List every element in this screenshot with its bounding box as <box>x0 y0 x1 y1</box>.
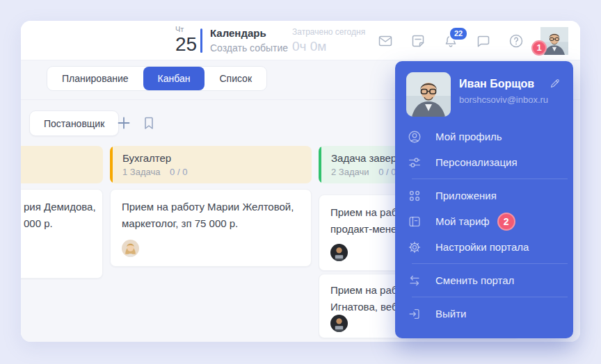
menu-item-my-profile[interactable]: Мой профиль <box>395 124 573 149</box>
notifications-count-badge: 22 <box>449 26 468 41</box>
calendar-title[interactable]: Календарь <box>210 27 288 39</box>
page-background: Чт 25 Календарь Создать событие Затрачен… <box>0 0 601 364</box>
column-task-count: 1 Задача <box>122 167 160 177</box>
task-card-text: рия Демидова, 000 р. <box>21 190 102 232</box>
menu-divider <box>412 263 568 264</box>
profile-email: borshcsoviv@inbox.ru <box>459 94 548 105</box>
tab-list[interactable]: Список <box>205 67 266 90</box>
view-switcher: Планирование Канбан Список <box>47 66 267 91</box>
user-circle-icon <box>407 129 422 144</box>
menu-item-logout[interactable]: Выйти <box>395 301 573 326</box>
menu-divider <box>412 179 568 179</box>
profile-name: Иван Борщов <box>459 78 534 90</box>
tariff-badge: 2 <box>497 213 515 231</box>
menu-item-label: Персонализация <box>435 156 518 168</box>
date-block[interactable]: Чт 25 <box>175 25 197 55</box>
originator-filter-button[interactable]: Постановщик <box>29 110 119 136</box>
notes-icon[interactable] <box>410 33 426 49</box>
assignee-avatar[interactable] <box>330 315 348 332</box>
profile-avatar-button[interactable]: 1 <box>540 27 568 55</box>
profile-header: Иван Борщов borshcsoviv@inbox.ru <box>395 61 573 122</box>
tab-planning[interactable]: Планирование <box>47 67 143 90</box>
add-filter-icon[interactable] <box>116 115 131 131</box>
task-card[interactable]: рия Демидова, 000 р. <box>21 189 103 279</box>
column-title: Бухгалтер <box>122 152 312 164</box>
assignee-avatar[interactable] <box>330 244 348 261</box>
logout-icon <box>407 306 422 322</box>
menu-item-switch-portal[interactable]: Сменить портал <box>395 267 573 293</box>
column-ratio: 0 / 0 <box>378 167 396 177</box>
profile-dropdown-menu: Иван Борщов borshcsoviv@inbox.ru Мой про… <box>395 61 573 338</box>
menu-item-personalization[interactable]: Персонализация <box>395 149 573 175</box>
menu-divider <box>412 297 568 297</box>
time-spent-block: Затрачено сегодня 0ч 0м <box>292 27 365 54</box>
help-icon[interactable] <box>508 33 524 49</box>
assignee-avatar[interactable] <box>122 240 139 257</box>
menu-item-label: Приложения <box>435 190 497 201</box>
kanban-column-header[interactable]: Бухгалтер 1 Задача 0 / 0 <box>110 146 312 183</box>
column-accent-bar <box>319 146 321 183</box>
kanban-column-header[interactable] <box>21 146 103 183</box>
task-card-text: Прием на работу Марии Желтовой, маркетол… <box>111 190 311 232</box>
top-bar: Чт 25 Календарь Создать событие Затрачен… <box>21 21 580 60</box>
menu-item-apps[interactable]: Приложения <box>395 183 573 208</box>
chat-icon[interactable] <box>475 33 492 49</box>
menu-item-my-tariff[interactable]: Мой тариф 2 <box>395 208 573 234</box>
tab-kanban[interactable]: Канбан <box>143 67 205 90</box>
menu-item-label: Мой тариф <box>435 215 490 227</box>
gear-icon <box>407 240 422 255</box>
task-card[interactable]: Прием на работу Марии Желтовой, маркетол… <box>110 189 312 267</box>
user-avatar <box>406 72 451 117</box>
column-task-count: 2 Задачи <box>331 167 369 177</box>
notifications-bell-icon[interactable]: 22 <box>442 33 459 49</box>
menu-item-label: Настройки портала <box>435 241 529 253</box>
tariff-icon <box>407 214 422 229</box>
apps-grid-icon <box>407 188 422 204</box>
column-ratio: 0 / 0 <box>170 167 187 177</box>
menu-item-label: Выйти <box>435 308 466 320</box>
menu-item-label: Мой профиль <box>435 131 502 142</box>
profile-menu-list: Мой профиль Персонализация <box>395 124 573 326</box>
topbar-icons: 22 <box>377 21 568 60</box>
column-counters: 1 Задача 0 / 0 <box>122 167 312 177</box>
mail-icon[interactable] <box>377 33 394 49</box>
time-spent-label: Затрачено сегодня <box>292 27 365 37</box>
sliders-icon <box>407 155 422 170</box>
edit-pencil-icon[interactable] <box>549 78 561 90</box>
menu-item-label: Сменить портал <box>435 274 514 286</box>
column-accent-bar <box>110 146 113 183</box>
swap-arrows-icon <box>407 273 422 288</box>
calendar-quick-block: Календарь Создать событие <box>210 27 288 53</box>
profile-alert-badge: 1 <box>531 40 547 56</box>
create-event-link[interactable]: Создать событие <box>210 42 288 53</box>
date-divider <box>200 28 202 53</box>
time-spent-value[interactable]: 0ч 0м <box>292 39 365 54</box>
bookmark-icon[interactable] <box>141 115 157 131</box>
day-number: 25 <box>175 34 197 55</box>
menu-item-portal-settings[interactable]: Настройки портала <box>395 234 573 260</box>
